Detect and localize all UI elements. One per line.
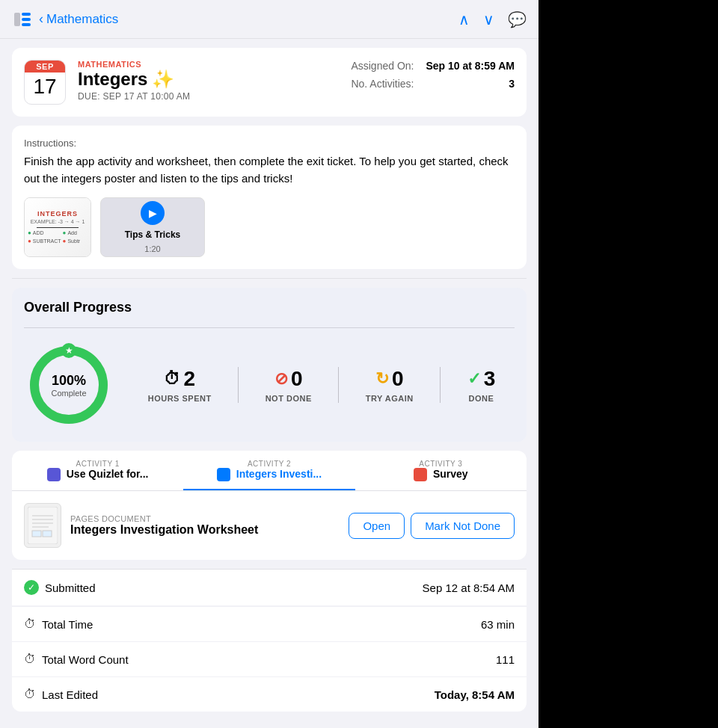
last-edited-icon: ⏱ (24, 688, 36, 701)
mark-not-done-button[interactable]: Mark Not Done (411, 513, 515, 539)
try-again-icon: ↻ (375, 369, 389, 389)
activity-tab-2[interactable]: ACTIVITY 2 Integers Investi... (183, 451, 355, 490)
submitted-label: Submitted (45, 582, 96, 594)
activity-1-name: Use Quizlet for... (18, 468, 177, 481)
assigned-on-row: Assigned On: Sep 10 at 8:59 AM (351, 60, 515, 72)
svg-rect-13 (32, 531, 41, 537)
activity-detail: PAGES DOCUMENT Integers Investigation Wo… (12, 491, 527, 560)
activity-3-num: ACTIVITY 3 (361, 460, 521, 468)
comment-icon[interactable]: 💬 (508, 10, 527, 28)
last-edited-value: Today, 8:54 AM (435, 688, 515, 701)
progress-title: Overall Progress (24, 300, 515, 315)
activity-tab-3[interactable]: ACTIVITY 3 Survey (355, 451, 527, 490)
svg-rect-2 (22, 18, 31, 21)
hours-spent-stat: ⏱ 2 HOURS SPENT (136, 367, 224, 403)
back-button[interactable]: ‹ Mathematics (39, 11, 118, 27)
no-activities-row: No. Activities: 3 (351, 78, 515, 90)
progress-stats: ★ 100% Complete ⏱ 2 HOURS SPENT (24, 340, 515, 430)
submitted-left: ✓ Submitted (24, 580, 96, 595)
main-panel: ‹ Mathematics ∧ ∨ 💬 SEP 17 Mathematics I… (0, 0, 538, 728)
not-done-stat: ⊘ 0 NOT DONE (254, 367, 324, 403)
try-again-stat: ↻ 0 TRY AGAIN (354, 367, 426, 403)
activity-tabs: ACTIVITY 1 Use Quizlet for... ACTIVITY 2… (12, 451, 527, 491)
doc-info: PAGES DOCUMENT Integers Investigation Wo… (70, 514, 340, 537)
instructions-label: Instructions: (24, 138, 515, 149)
total-word-count-row: ⏱ Total Word Count 111 (12, 641, 527, 676)
total-time-icon: ⏱ (24, 617, 36, 631)
stat-items: ⏱ 2 HOURS SPENT ⊘ 0 NOT DONE ↻ (129, 367, 515, 403)
progress-divider (24, 327, 515, 328)
stat-divider-1 (238, 367, 239, 403)
total-word-count-label: Total Word Count (42, 653, 129, 666)
not-done-value: 0 (291, 367, 303, 391)
chevron-down-icon[interactable]: ∨ (483, 10, 494, 28)
attachments-row: INTEGERS EXAMPLE: -3 → 4 → 1 ●ADD ●Add ●… (24, 197, 515, 257)
activity-2-num: ACTIVITY 2 (189, 460, 349, 468)
header: ‹ Mathematics ∧ ∨ 💬 (0, 0, 538, 39)
word-count-icon: ⏱ (24, 653, 36, 666)
hours-spent-label: HOURS SPENT (148, 394, 212, 403)
clock-stat-icon: ⏱ (164, 369, 180, 389)
stats-rows: ⏱ Total Time 63 min ⏱ Total Word Count 1… (12, 606, 527, 712)
progress-card: Overall Progress ★ 100% Complete (12, 288, 527, 442)
last-edited-label: Last Edited (42, 688, 98, 701)
assignment-info: Mathematics Integers ✨ DUE: SEP 17 AT 10… (78, 60, 339, 102)
tips-tricks-video-thumb[interactable]: ▶ Tips & Tricks 1:20 (100, 197, 205, 257)
try-again-value: 0 (392, 367, 404, 391)
doc-title: Integers Investigation Worksheet (70, 523, 340, 537)
submitted-check-icon: ✓ (24, 580, 39, 595)
video-duration: 1:20 (144, 244, 160, 253)
integers-poster-thumb[interactable]: INTEGERS EXAMPLE: -3 → 4 → 1 ●ADD ●Add ●… (24, 197, 91, 257)
assignment-meta: Assigned On: Sep 10 at 8:59 AM No. Activ… (351, 60, 515, 90)
total-time-value: 63 min (481, 618, 515, 631)
svg-rect-0 (14, 13, 20, 26)
svg-rect-3 (22, 23, 31, 26)
calendar-icon: SEP 17 (24, 60, 66, 105)
assigned-on-label: Assigned On: (351, 60, 414, 72)
hours-spent-value: 2 (183, 367, 195, 391)
calendar-day: 17 (25, 73, 65, 99)
submitted-time: Sep 12 at 8:54 AM (423, 582, 515, 594)
activity-3-name: Survey (361, 468, 521, 481)
doc-actions: Open Mark Not Done (349, 513, 515, 539)
doc-thumbnail (24, 503, 61, 548)
last-edited-left: ⏱ Last Edited (24, 688, 98, 701)
chevron-left-icon: ‹ (39, 11, 43, 27)
svg-rect-14 (43, 531, 52, 537)
no-activities-label: No. Activities: (351, 78, 414, 90)
not-done-label: NOT DONE (266, 394, 312, 403)
chevron-up-icon[interactable]: ∧ (458, 10, 470, 28)
not-done-icon: ⊘ (274, 369, 288, 389)
activity-tab-1[interactable]: ACTIVITY 1 Use Quizlet for... (12, 451, 183, 490)
done-label: DONE (469, 394, 494, 403)
try-again-label: TRY AGAIN (366, 394, 414, 403)
donut-chart: ★ 100% Complete (24, 340, 114, 430)
svg-rect-1 (22, 13, 31, 16)
donut-text: 100% Complete (51, 373, 86, 398)
sidebar-toggle-button[interactable] (12, 9, 33, 30)
no-activities-value: 3 (509, 78, 515, 90)
instructions-text: Finish the app activity and worksheet, t… (24, 153, 515, 187)
donut-percentage: 100% (51, 373, 86, 389)
back-label: Mathematics (46, 12, 118, 27)
svg-rect-8 (28, 507, 58, 544)
submitted-row: ✓ Submitted Sep 12 at 8:54 AM (12, 569, 527, 605)
stat-divider-3 (440, 367, 441, 403)
done-value: 3 (484, 367, 496, 391)
open-button[interactable]: Open (349, 513, 405, 539)
instructions-section: Instructions: Finish the app activity an… (12, 126, 527, 269)
doc-type: PAGES DOCUMENT (70, 514, 340, 523)
total-time-row: ⏱ Total Time 63 min (12, 606, 527, 641)
play-button[interactable]: ▶ (141, 201, 165, 225)
assignment-header: SEP 17 Mathematics Integers ✨ DUE: SEP 1… (24, 60, 515, 105)
last-edited-row: ⏱ Last Edited Today, 8:54 AM (12, 676, 527, 712)
header-left: ‹ Mathematics (12, 9, 118, 30)
svg-text:★: ★ (65, 345, 73, 356)
video-title: Tips & Tricks (125, 229, 180, 240)
subject-label: Mathematics (78, 60, 339, 69)
assignment-card: SEP 17 Mathematics Integers ✨ DUE: SEP 1… (12, 48, 527, 117)
activity-1-num: ACTIVITY 1 (18, 460, 177, 468)
activities-card: ACTIVITY 1 Use Quizlet for... ACTIVITY 2… (12, 451, 527, 560)
header-right: ∧ ∨ 💬 (458, 10, 527, 28)
calendar-month: SEP (25, 61, 65, 73)
